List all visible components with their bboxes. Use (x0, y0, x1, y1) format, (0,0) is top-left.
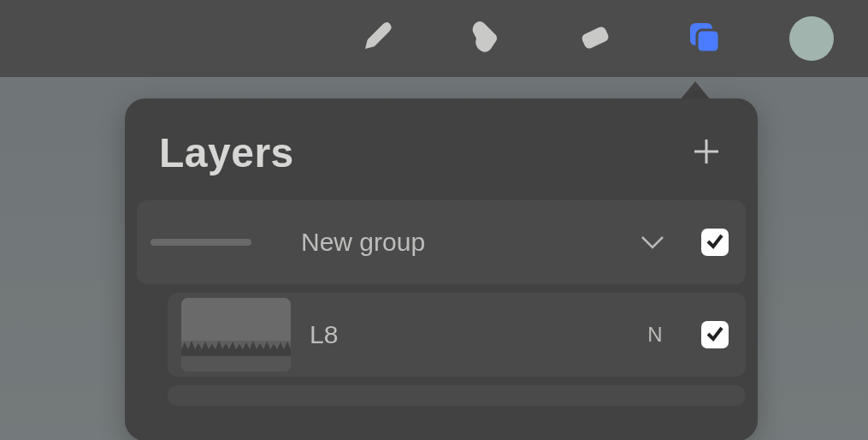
eraser-icon (574, 16, 615, 61)
check-icon (706, 324, 724, 346)
top-toolbar (0, 0, 868, 77)
layer-visibility-checkbox[interactable] (701, 321, 729, 348)
check-icon (706, 231, 724, 253)
group-handle[interactable] (151, 239, 251, 246)
panel-title: Layers (159, 129, 294, 176)
add-layer-button[interactable] (689, 136, 723, 170)
thumbnail-trees-icon (181, 339, 291, 356)
layer-label: L8 (310, 320, 624, 349)
group-visibility-checkbox[interactable] (701, 229, 729, 256)
svg-rect-2 (697, 30, 719, 52)
layers-icon (683, 16, 724, 61)
eraser-tool[interactable] (570, 15, 618, 62)
layers-panel: Layers New group L8 (125, 98, 758, 440)
panel-header: Layers (125, 98, 758, 200)
brush-tool[interactable] (351, 15, 399, 62)
group-expand-toggle[interactable] (638, 228, 667, 257)
layers-tool[interactable] (680, 15, 728, 62)
svg-rect-0 (581, 26, 611, 51)
layer-thumbnail[interactable] (181, 298, 291, 372)
smudge-tool[interactable] (461, 15, 509, 62)
panel-pointer (680, 81, 711, 100)
color-chip[interactable] (789, 16, 834, 61)
blend-mode-badge[interactable]: N (643, 323, 667, 347)
layer-group-row[interactable]: New group (137, 200, 746, 284)
group-label: New group (301, 228, 619, 257)
plus-icon (691, 136, 722, 170)
layer-row[interactable]: L8 N (168, 293, 746, 377)
smudge-icon (464, 16, 505, 61)
brush-icon (355, 16, 396, 61)
layer-row[interactable] (168, 385, 746, 406)
chevron-down-icon (638, 245, 667, 259)
